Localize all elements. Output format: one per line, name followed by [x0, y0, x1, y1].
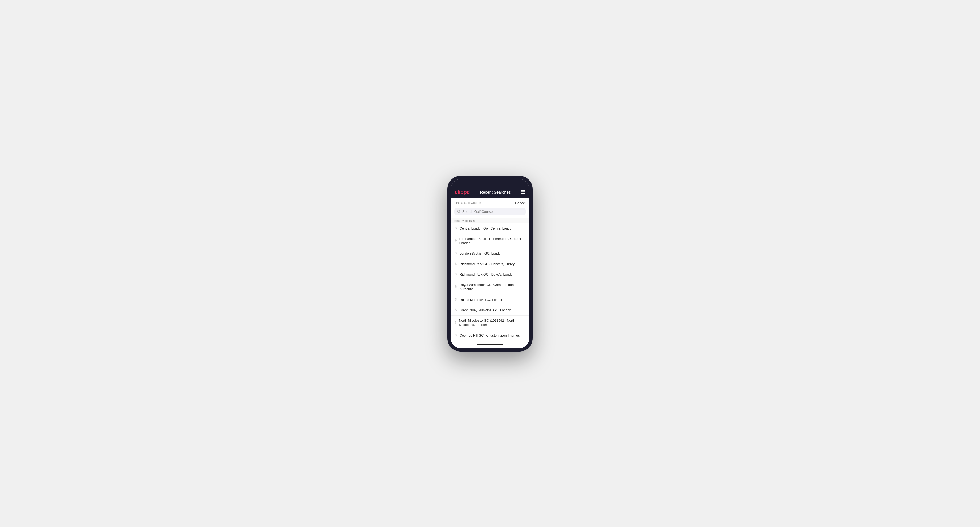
- svg-point-10: [455, 322, 456, 322]
- location-pin-icon: [454, 285, 458, 289]
- course-name: Royal Wimbledon GC, Great London Authori…: [460, 283, 526, 292]
- find-row: Find a Golf Course Cancel: [450, 198, 530, 206]
- home-indicator: [450, 341, 530, 348]
- menu-icon[interactable]: ☰: [521, 189, 525, 195]
- search-container: [450, 206, 530, 217]
- main-content: Find a Golf Course Cancel Nearby courses…: [450, 198, 530, 348]
- location-pin-icon: [454, 262, 458, 266]
- location-pin-icon: [454, 308, 458, 312]
- course-name: Richmond Park GC - Prince's, Surrey: [460, 262, 515, 266]
- nearby-label: Nearby courses: [450, 217, 530, 224]
- list-item[interactable]: Richmond Park GC - Prince's, Surrey: [450, 259, 530, 270]
- list-item[interactable]: Central London Golf Centre, London: [450, 224, 530, 234]
- course-name: Brent Valley Municipal GC, London: [460, 308, 511, 313]
- svg-line-1: [460, 212, 460, 213]
- location-pin-icon: [454, 298, 458, 302]
- nearby-section: Nearby courses Central London Golf Centr…: [450, 217, 530, 341]
- list-item[interactable]: Coombe Hill GC, Kingston upon Thames: [450, 330, 530, 341]
- course-name: Coombe Hill GC, Kingston upon Thames: [460, 333, 520, 338]
- course-name: Dukes Meadows GC, London: [460, 298, 503, 302]
- status-bar: [450, 179, 530, 187]
- location-pin-icon: [454, 321, 457, 325]
- list-item[interactable]: London Scottish GC, London: [450, 248, 530, 259]
- find-label: Find a Golf Course: [454, 201, 481, 205]
- svg-point-6: [456, 273, 457, 274]
- course-name: London Scottish GC, London: [460, 251, 503, 256]
- phone-frame: clippd Recent Searches ☰ Find a Golf Cou…: [447, 176, 533, 351]
- list-item[interactable]: Roehampton Club - Roehampton, Greater Lo…: [450, 234, 530, 249]
- app-header: clippd Recent Searches ☰: [450, 187, 530, 198]
- list-item[interactable]: North Middlesex GC (1011942 - North Midd…: [450, 316, 530, 330]
- list-item[interactable]: Richmond Park GC - Duke's, London: [450, 270, 530, 280]
- list-item[interactable]: Dukes Meadows GC, London: [450, 295, 530, 305]
- course-list: Central London Golf Centre, LondonRoeham…: [450, 224, 530, 341]
- svg-point-9: [456, 309, 457, 310]
- course-name: Central London Golf Centre, London: [460, 226, 514, 231]
- list-item[interactable]: Brent Valley Municipal GC, London: [450, 305, 530, 316]
- app-logo: clippd: [455, 189, 470, 195]
- svg-point-7: [456, 286, 456, 287]
- phone-screen: clippd Recent Searches ☰ Find a Golf Cou…: [450, 179, 530, 348]
- location-pin-icon: [454, 273, 458, 276]
- svg-point-8: [456, 299, 457, 300]
- svg-point-4: [456, 253, 457, 254]
- search-input[interactable]: [462, 210, 523, 214]
- location-pin-icon: [454, 334, 458, 337]
- location-pin-icon: [454, 239, 457, 243]
- search-input-wrapper: [454, 208, 526, 216]
- course-name: Roehampton Club - Roehampton, Greater Lo…: [459, 237, 526, 246]
- cancel-button[interactable]: Cancel: [515, 201, 526, 205]
- location-pin-icon: [454, 227, 458, 230]
- home-bar: [477, 344, 503, 345]
- svg-point-3: [455, 240, 456, 241]
- header-title: Recent Searches: [480, 190, 511, 194]
- course-name: Richmond Park GC - Duke's, London: [460, 272, 514, 277]
- location-pin-icon: [454, 252, 458, 256]
- svg-point-2: [456, 227, 457, 228]
- svg-point-5: [456, 263, 457, 264]
- svg-point-11: [456, 335, 457, 335]
- search-icon: [457, 210, 461, 213]
- list-item[interactable]: Royal Wimbledon GC, Great London Authori…: [450, 280, 530, 295]
- course-name: North Middlesex GC (1011942 - North Midd…: [459, 319, 526, 327]
